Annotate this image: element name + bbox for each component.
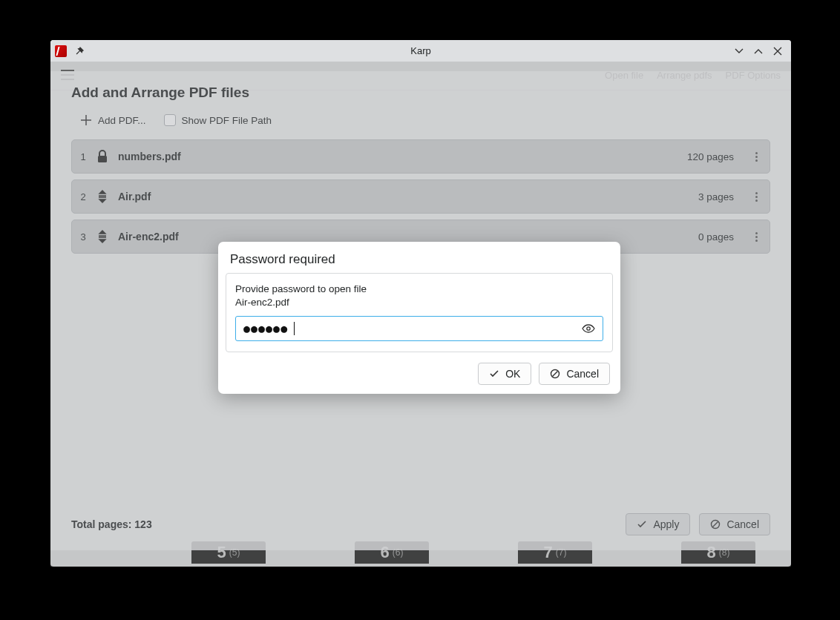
ok-button[interactable]: OK bbox=[478, 363, 531, 385]
svg-point-2 bbox=[587, 327, 590, 330]
minimize-button[interactable] bbox=[733, 45, 745, 57]
close-button[interactable] bbox=[772, 45, 784, 57]
password-input[interactable]: ●●●●●● bbox=[235, 316, 603, 341]
cancel-icon bbox=[550, 369, 560, 379]
pin-icon[interactable] bbox=[74, 46, 85, 56]
reveal-password-icon[interactable] bbox=[582, 323, 595, 334]
password-value: ●●●●●● bbox=[243, 322, 288, 335]
password-prompt: Provide password to open file Air-enc2.p… bbox=[235, 283, 603, 309]
text-cursor bbox=[294, 322, 295, 335]
password-dialog: Password required Provide password to op… bbox=[218, 242, 620, 394]
window-title: Karp bbox=[50, 45, 791, 56]
check-icon bbox=[489, 369, 499, 379]
maximize-button[interactable] bbox=[752, 45, 764, 57]
titlebar: Karp bbox=[50, 40, 791, 62]
password-dialog-body: Provide password to open file Air-enc2.p… bbox=[226, 273, 613, 352]
app-icon bbox=[55, 45, 67, 57]
password-dialog-title: Password required bbox=[226, 252, 613, 273]
cancel-button[interactable]: Cancel bbox=[539, 363, 610, 385]
